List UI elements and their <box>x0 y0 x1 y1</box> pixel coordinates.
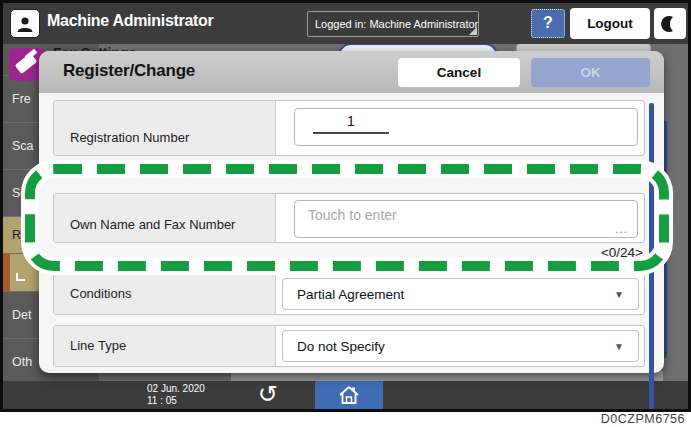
field-label-cell: Conditions <box>54 274 276 314</box>
field-label-cell: Line Type <box>54 326 276 366</box>
chevron-down-icon: ▼ <box>614 341 624 352</box>
device-screen-bezel: Fre Sca Sen Re Det Oth Fax Settings <box>0 0 691 412</box>
home-icon <box>338 385 360 405</box>
chevron-down-icon: ▼ <box>614 289 624 300</box>
registration-number-row: Registration Number 1 <box>53 100 645 156</box>
conditions-row: Conditions Partial Agreement ▼ <box>53 273 645 315</box>
sidebar-item-label: Det <box>12 308 31 322</box>
ok-button[interactable]: OK <box>531 58 650 87</box>
registration-number-input[interactable]: 1 <box>294 108 638 146</box>
dropdown-value: Partial Agreement <box>297 287 404 302</box>
conditions-dropdown[interactable]: Partial Agreement ▼ <box>282 278 639 310</box>
line-type-row: Line Type Do not Specify ▼ <box>53 325 645 367</box>
ellipsis-indicator: ... <box>615 222 628 236</box>
dialog-scrollbar[interactable] <box>649 103 654 409</box>
own-name-fax-input[interactable]: Touch to enter ... <box>294 200 638 238</box>
sidebar-item-label: Oth <box>12 355 32 369</box>
person-icon <box>15 14 35 34</box>
registration-number-value: 1 <box>313 113 389 134</box>
fold-corner-icon <box>469 27 477 35</box>
input-placeholder: Touch to enter <box>308 207 397 223</box>
field-label: Own Name and Fax Number <box>70 217 235 232</box>
count-hint: <0/24> <box>459 245 643 260</box>
own-name-fax-row: Own Name and Fax Number Touch to enter .… <box>53 193 645 243</box>
field-label: Conditions <box>70 286 131 301</box>
help-button[interactable]: ? <box>531 9 565 38</box>
field-label-cell: Own Name and Fax Number <box>54 194 276 242</box>
device-screen: Fre Sca Sen Re Det Oth Fax Settings <box>3 3 688 409</box>
register-change-dialog: Register/Change Cancel OK Registration N… <box>39 51 664 373</box>
top-bar: Machine Administrator Logged in: Machine… <box>3 3 688 44</box>
screenshot-page: Fre Sca Sen Re Det Oth Fax Settings <box>0 0 691 427</box>
dropdown-value: Do not Specify <box>297 339 385 354</box>
field-label: Registration Number <box>70 130 189 145</box>
cancel-button[interactable]: Cancel <box>398 58 520 87</box>
range-hint: <1 - 250> <box>459 158 643 172</box>
indent-arrow-icon <box>16 273 25 281</box>
logged-in-label: Logged in: Machine Administrator <box>315 18 478 30</box>
field-label: Line Type <box>70 338 126 353</box>
home-button[interactable] <box>315 381 383 409</box>
user-button[interactable] <box>10 9 40 38</box>
bottom-bar: 02 Jun. 2020 11 : 05 ↺ <box>3 381 688 409</box>
dialog-title: Register/Change <box>63 61 195 81</box>
dialog-header: Register/Change Cancel OK <box>39 51 664 93</box>
sidebar-item-label: Re <box>12 228 28 242</box>
datetime-display: 02 Jun. 2020 11 : 05 <box>147 383 205 407</box>
figure-reference-code: D0CZPM6756 <box>601 412 685 426</box>
date-text: 02 Jun. 2020 <box>147 383 205 395</box>
logout-button[interactable]: Logout <box>570 8 650 39</box>
user-name: Machine Administrator <box>47 12 213 30</box>
sidebar-item-label: Sen <box>12 186 34 200</box>
moon-icon <box>661 15 679 33</box>
sidebar-item-label: Sca <box>12 139 34 153</box>
line-type-dropdown[interactable]: Do not Specify ▼ <box>282 330 639 362</box>
back-arrow-icon: ↺ <box>258 380 278 407</box>
time-text: 11 : 05 <box>147 395 205 407</box>
sidebar-item-label: Fre <box>12 92 31 106</box>
back-button[interactable]: ↺ <box>243 381 293 409</box>
logged-in-dropdown[interactable]: Logged in: Machine Administrator <box>307 11 479 37</box>
field-label-cell: Registration Number <box>54 101 276 155</box>
energy-saver-button[interactable] <box>654 8 686 39</box>
